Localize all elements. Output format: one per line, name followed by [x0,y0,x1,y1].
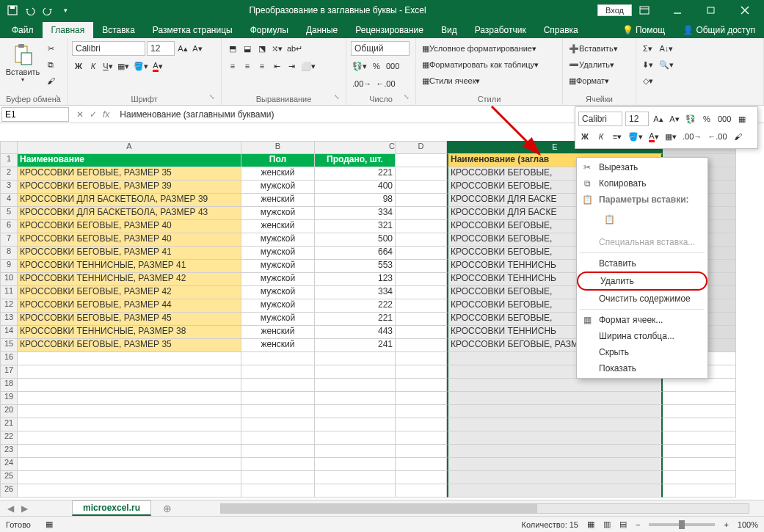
view-pagelayout-icon[interactable]: ▥ [603,520,611,529]
zoom-level[interactable]: 100% [738,520,758,529]
ctx-column-width[interactable]: Ширина столбца... [577,328,707,344]
tab-insert[interactable]: Вставка [93,22,144,38]
ctx-delete[interactable]: Удалить [577,272,707,291]
mini-fontcolor-icon[interactable]: A▾ [647,129,661,144]
minimize-button[interactable] [661,0,694,21]
sort-filter-icon[interactable]: A↓▾ [658,41,675,56]
undo-icon[interactable] [22,2,38,18]
paste-default-icon[interactable]: 📋 [599,209,619,230]
currency-icon[interactable]: 💱▾ [351,59,368,73]
copy-icon[interactable]: ⧉ [44,57,57,72]
ctx-insert[interactable]: Вставить [577,255,707,272]
decrease-font-icon[interactable]: A▾ [191,41,204,56]
close-button[interactable] [729,0,761,21]
mini-decimal-inc-icon[interactable]: .00→ [681,129,703,144]
ctx-paste-special[interactable]: Специальная вставка... [577,234,707,250]
align-left-icon[interactable]: ≡ [226,59,239,73]
conditional-formatting[interactable]: ▦ Условное форматирование ▾ [421,41,558,56]
ctx-cut[interactable]: ✂Вырезать [577,159,707,175]
font-size-combo[interactable]: 12 [147,41,175,56]
fill-icon[interactable]: ⬇▾ [641,57,655,72]
merge-icon[interactable]: ⬜▾ [299,59,317,73]
comma-icon[interactable]: 000 [385,59,401,73]
italic-button[interactable]: К [87,59,100,73]
mini-comma-icon[interactable]: 000 [716,112,732,126]
zoom-out-icon[interactable]: − [636,520,640,529]
cut-icon[interactable]: ✂ [44,41,57,56]
wrap-text-icon[interactable]: ab↵ [285,41,304,56]
enter-formula-icon[interactable]: ✓ [90,109,97,120]
view-pagebreak-icon[interactable]: ▤ [619,520,627,529]
mini-decrease-font-icon[interactable]: A▾ [668,112,681,126]
format-painter-icon[interactable]: 🖌 [44,73,57,88]
orientation-icon[interactable]: ⤭▾ [270,41,284,56]
font-name-combo[interactable]: Calibri [72,41,145,56]
tab-developer[interactable]: Разработчик [466,22,535,38]
mini-merge-icon[interactable]: ▦ [735,112,749,126]
new-sheet-button[interactable]: ⊕ [159,503,176,514]
font-color-icon[interactable]: A▾ [151,59,164,73]
decrease-decimal-icon[interactable]: ←.00 [374,76,396,91]
align-center-icon[interactable]: ≡ [241,59,254,73]
mini-decimal-dec-icon[interactable]: ←.00 [706,129,728,144]
ctx-format-cells[interactable]: ▦Формат ячеек... [577,312,707,328]
align-middle-icon[interactable]: ⬓ [241,41,254,56]
increase-indent-icon[interactable]: ⇥ [285,59,298,73]
increase-decimal-icon[interactable]: .00→ [351,76,373,91]
tab-formulas[interactable]: Формулы [241,22,297,38]
sheet-tab-active[interactable]: microexcel.ru [72,500,151,516]
horizontal-scrollbar[interactable] [220,503,749,514]
tab-view[interactable]: Вид [432,22,466,38]
col-header-A[interactable]: A [18,141,241,154]
sheet-nav-prev-icon[interactable]: ◀ [0,503,21,514]
zoom-in-icon[interactable]: + [724,520,728,529]
increase-font-icon[interactable]: A▴ [176,41,189,56]
share-button[interactable]: 👤 Общий доступ [674,22,764,38]
autosum-icon[interactable]: Σ▾ [641,41,655,56]
tab-help[interactable]: Справка [535,22,587,38]
select-all-corner[interactable] [0,141,18,154]
cancel-formula-icon[interactable]: ✕ [76,109,84,120]
bold-button[interactable]: Ж [72,59,85,73]
save-icon[interactable] [4,2,21,18]
decrease-indent-icon[interactable]: ⇤ [270,59,283,73]
mini-bold[interactable]: Ж [578,129,592,144]
align-top-icon[interactable]: ⬒ [226,41,239,56]
mini-borders-icon[interactable]: ▦▾ [663,129,678,144]
number-format-combo[interactable]: Общий [351,41,410,56]
percent-icon[interactable]: % [370,59,383,73]
format-as-table[interactable]: ▦ Форматировать как таблицу ▾ [421,57,558,72]
fill-color-icon[interactable]: 🪣▾ [132,59,150,73]
font-dialog-launcher[interactable]: ⤡ [209,93,219,103]
mini-increase-font-icon[interactable]: A▴ [652,112,665,126]
tab-data[interactable]: Данные [297,22,346,38]
mini-fill-icon[interactable]: 🪣▾ [627,129,644,144]
mini-currency-icon[interactable]: 💱 [684,112,697,126]
tab-review[interactable]: Рецензирование [346,22,432,38]
mini-percent-icon[interactable]: % [700,112,713,126]
maximize-button[interactable] [695,0,727,21]
mini-font-size[interactable]: 12 [625,112,649,126]
clipboard-dialog-launcher[interactable]: ⤡ [55,93,65,103]
ctx-clear[interactable]: Очистить содержимое [577,291,707,307]
tell-me[interactable]: 💡 Помощ [614,22,674,38]
mini-align-icon[interactable]: ≡▾ [611,129,624,144]
align-bottom-icon[interactable]: ⬔ [255,41,269,56]
mini-format-painter-icon[interactable]: 🖌 [732,129,745,144]
signin-button[interactable]: Вход [597,4,632,16]
delete-cells[interactable]: ➖ Удалить ▾ [567,57,631,72]
sheet-nav-next-icon[interactable]: ▶ [21,503,28,514]
clear-icon[interactable]: ◇▾ [641,73,655,88]
ctx-copy[interactable]: ⧉Копировать [577,175,707,192]
tab-home[interactable]: Главная [43,22,94,38]
tab-page-layout[interactable]: Разметка страницы [144,22,241,38]
ctx-hide[interactable]: Скрыть [577,344,707,360]
find-select-icon[interactable]: 🔍▾ [658,57,675,72]
qat-customize-icon[interactable]: ▾ [57,2,73,18]
insert-cells[interactable]: ➕ Вставить ▾ [567,41,631,56]
view-normal-icon[interactable]: ▦ [587,520,594,529]
name-box[interactable] [1,107,69,122]
redo-icon[interactable] [40,2,56,18]
col-header-D[interactable]: D [396,141,447,154]
number-dialog-launcher[interactable]: ⤡ [404,93,414,103]
